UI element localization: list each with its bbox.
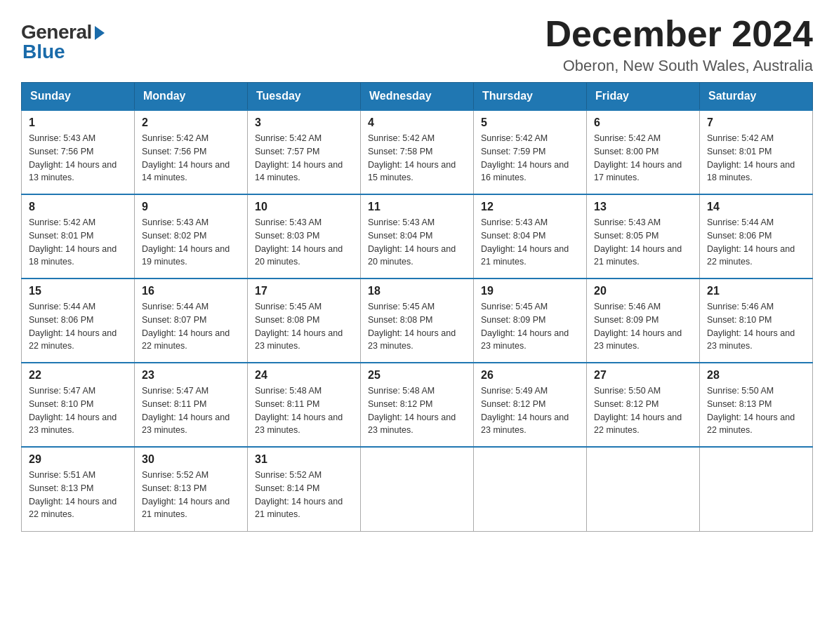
- calendar-day-cell: 20 Sunrise: 5:46 AM Sunset: 8:09 PM Dayl…: [587, 279, 700, 363]
- day-info: Sunrise: 5:43 AM Sunset: 8:02 PM Dayligh…: [142, 216, 240, 269]
- day-info: Sunrise: 5:42 AM Sunset: 7:57 PM Dayligh…: [255, 132, 353, 185]
- sunset-label: Sunset: 8:08 PM: [255, 315, 319, 325]
- calendar-day-cell: [587, 447, 700, 531]
- sunset-label: Sunset: 8:12 PM: [481, 399, 545, 409]
- day-info: Sunrise: 5:45 AM Sunset: 8:08 PM Dayligh…: [368, 300, 466, 353]
- calendar-day-cell: 12 Sunrise: 5:43 AM Sunset: 8:04 PM Dayl…: [474, 194, 587, 279]
- daylight-label: Daylight: 14 hours and 23 minutes.: [255, 412, 343, 436]
- day-number: 7: [707, 116, 805, 129]
- sunset-label: Sunset: 8:01 PM: [707, 147, 772, 156]
- daylight-label: Daylight: 14 hours and 22 minutes.: [594, 412, 682, 436]
- daylight-label: Daylight: 14 hours and 22 minutes.: [142, 328, 230, 351]
- day-info: Sunrise: 5:42 AM Sunset: 8:01 PM Dayligh…: [29, 216, 127, 269]
- sunrise-label: Sunrise: 5:47 AM: [142, 386, 208, 396]
- calendar-day-cell: 18 Sunrise: 5:45 AM Sunset: 8:08 PM Dayl…: [361, 279, 474, 363]
- calendar-day-cell: [474, 447, 587, 531]
- sunrise-label: Sunrise: 5:51 AM: [29, 470, 95, 480]
- weekday-header: Saturday: [700, 83, 813, 111]
- sunrise-label: Sunrise: 5:42 AM: [707, 133, 774, 143]
- day-number: 6: [594, 116, 692, 129]
- daylight-label: Daylight: 14 hours and 22 minutes.: [29, 497, 117, 520]
- day-info: Sunrise: 5:47 AM Sunset: 8:11 PM Dayligh…: [142, 384, 240, 437]
- sunrise-label: Sunrise: 5:42 AM: [255, 133, 322, 143]
- sunset-label: Sunset: 8:14 PM: [255, 483, 319, 493]
- sunrise-label: Sunrise: 5:50 AM: [594, 386, 661, 396]
- day-info: Sunrise: 5:42 AM Sunset: 7:59 PM Dayligh…: [481, 132, 579, 185]
- calendar-day-cell: 13 Sunrise: 5:43 AM Sunset: 8:05 PM Dayl…: [587, 194, 700, 279]
- sunrise-label: Sunrise: 5:48 AM: [255, 386, 322, 396]
- daylight-label: Daylight: 14 hours and 18 minutes.: [29, 244, 117, 267]
- sunrise-label: Sunrise: 5:43 AM: [255, 217, 322, 227]
- daylight-label: Daylight: 14 hours and 18 minutes.: [707, 160, 795, 183]
- daylight-label: Daylight: 14 hours and 22 minutes.: [29, 328, 117, 351]
- calendar-day-cell: 17 Sunrise: 5:45 AM Sunset: 8:08 PM Dayl…: [248, 279, 361, 363]
- daylight-label: Daylight: 14 hours and 22 minutes.: [707, 244, 795, 267]
- day-info: Sunrise: 5:42 AM Sunset: 7:56 PM Dayligh…: [142, 132, 240, 185]
- calendar-day-cell: 6 Sunrise: 5:42 AM Sunset: 8:00 PM Dayli…: [587, 110, 700, 194]
- sunrise-label: Sunrise: 5:52 AM: [142, 470, 208, 480]
- day-number: 5: [481, 116, 579, 129]
- daylight-label: Daylight: 14 hours and 21 minutes.: [142, 497, 230, 520]
- day-number: 31: [255, 453, 353, 466]
- calendar-day-cell: 22 Sunrise: 5:47 AM Sunset: 8:10 PM Dayl…: [22, 363, 135, 447]
- sunrise-label: Sunrise: 5:42 AM: [142, 133, 208, 143]
- weekday-header: Tuesday: [248, 83, 361, 111]
- sunrise-label: Sunrise: 5:49 AM: [481, 386, 548, 396]
- daylight-label: Daylight: 14 hours and 16 minutes.: [481, 160, 569, 183]
- sunrise-label: Sunrise: 5:46 AM: [594, 302, 661, 311]
- day-info: Sunrise: 5:45 AM Sunset: 8:09 PM Dayligh…: [481, 300, 579, 353]
- calendar-week-row: 29 Sunrise: 5:51 AM Sunset: 8:13 PM Dayl…: [22, 447, 813, 531]
- sunset-label: Sunset: 8:03 PM: [255, 231, 319, 241]
- day-info: Sunrise: 5:42 AM Sunset: 7:58 PM Dayligh…: [368, 132, 466, 185]
- daylight-label: Daylight: 14 hours and 23 minutes.: [594, 328, 682, 351]
- daylight-label: Daylight: 14 hours and 23 minutes.: [481, 328, 569, 351]
- sunrise-label: Sunrise: 5:44 AM: [707, 217, 774, 227]
- title-section: December 2024 Oberon, New South Wales, A…: [545, 14, 813, 75]
- daylight-label: Daylight: 14 hours and 13 minutes.: [29, 160, 117, 183]
- sunrise-label: Sunrise: 5:42 AM: [481, 133, 548, 143]
- sunrise-label: Sunrise: 5:44 AM: [142, 302, 208, 311]
- sunset-label: Sunset: 8:13 PM: [29, 483, 93, 493]
- day-info: Sunrise: 5:42 AM Sunset: 8:01 PM Dayligh…: [707, 132, 805, 185]
- sunset-label: Sunset: 8:11 PM: [142, 399, 206, 409]
- daylight-label: Daylight: 14 hours and 14 minutes.: [255, 160, 343, 183]
- sunrise-label: Sunrise: 5:43 AM: [481, 217, 548, 227]
- sunset-label: Sunset: 7:59 PM: [481, 147, 545, 156]
- day-number: 25: [368, 369, 466, 382]
- sunset-label: Sunset: 7:58 PM: [368, 147, 432, 156]
- calendar-day-cell: 10 Sunrise: 5:43 AM Sunset: 8:03 PM Dayl…: [248, 194, 361, 279]
- calendar-day-cell: 25 Sunrise: 5:48 AM Sunset: 8:12 PM Dayl…: [361, 363, 474, 447]
- day-number: 11: [368, 201, 466, 213]
- calendar-day-cell: 23 Sunrise: 5:47 AM Sunset: 8:11 PM Dayl…: [135, 363, 248, 447]
- day-info: Sunrise: 5:46 AM Sunset: 8:09 PM Dayligh…: [594, 300, 692, 353]
- sunset-label: Sunset: 8:01 PM: [29, 231, 93, 241]
- day-number: 17: [255, 285, 353, 297]
- day-number: 28: [707, 369, 805, 382]
- daylight-label: Daylight: 14 hours and 23 minutes.: [255, 328, 343, 351]
- day-info: Sunrise: 5:48 AM Sunset: 8:11 PM Dayligh…: [255, 384, 353, 437]
- sunrise-label: Sunrise: 5:50 AM: [707, 386, 774, 396]
- day-info: Sunrise: 5:42 AM Sunset: 8:00 PM Dayligh…: [594, 132, 692, 185]
- sunset-label: Sunset: 8:04 PM: [368, 231, 432, 241]
- day-number: 10: [255, 201, 353, 213]
- calendar-week-row: 22 Sunrise: 5:47 AM Sunset: 8:10 PM Dayl…: [22, 363, 813, 447]
- calendar-day-cell: 27 Sunrise: 5:50 AM Sunset: 8:12 PM Dayl…: [587, 363, 700, 447]
- sunrise-label: Sunrise: 5:45 AM: [481, 302, 548, 311]
- sunrise-label: Sunrise: 5:46 AM: [707, 302, 774, 311]
- day-info: Sunrise: 5:43 AM Sunset: 8:03 PM Dayligh…: [255, 216, 353, 269]
- calendar-day-cell: 5 Sunrise: 5:42 AM Sunset: 7:59 PM Dayli…: [474, 110, 587, 194]
- sunrise-label: Sunrise: 5:43 AM: [368, 217, 435, 227]
- day-number: 2: [142, 116, 240, 129]
- calendar-day-cell: 3 Sunrise: 5:42 AM Sunset: 7:57 PM Dayli…: [248, 110, 361, 194]
- day-number: 15: [29, 285, 127, 297]
- day-number: 18: [368, 285, 466, 297]
- sunset-label: Sunset: 8:11 PM: [255, 399, 319, 409]
- day-info: Sunrise: 5:45 AM Sunset: 8:08 PM Dayligh…: [255, 300, 353, 353]
- daylight-label: Daylight: 14 hours and 20 minutes.: [368, 244, 456, 267]
- daylight-label: Daylight: 14 hours and 23 minutes.: [368, 328, 456, 351]
- day-number: 20: [594, 285, 692, 297]
- day-number: 24: [255, 369, 353, 382]
- location-subtitle: Oberon, New South Wales, Australia: [545, 57, 813, 75]
- sunset-label: Sunset: 8:12 PM: [594, 399, 658, 409]
- day-info: Sunrise: 5:50 AM Sunset: 8:12 PM Dayligh…: [594, 384, 692, 437]
